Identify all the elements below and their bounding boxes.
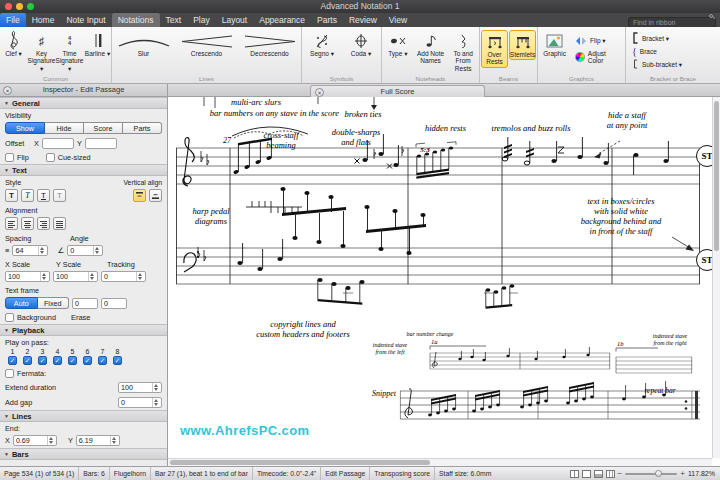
ribbon-group-graphics: Graphic Flip ▾ Adjust Color Graphics — [538, 27, 626, 83]
italic-button[interactable]: T — [21, 189, 34, 202]
align-left-button[interactable] — [5, 217, 18, 230]
tab-review[interactable]: Review — [343, 13, 383, 27]
tab-view[interactable]: View — [383, 13, 413, 27]
spacing-field[interactable]: 64 — [12, 245, 48, 256]
tab-appearance[interactable]: Appearance — [253, 13, 311, 27]
background-checkbox[interactable] — [5, 313, 14, 322]
coda-button[interactable]: Coda ▾ — [342, 30, 380, 58]
stemlets-button[interactable]: Stemlets — [509, 30, 536, 60]
flip-checkbox[interactable] — [5, 153, 14, 162]
angle-field[interactable]: 0 — [67, 245, 103, 256]
score-button[interactable]: Score — [84, 122, 123, 134]
score-tab-close-icon[interactable]: ✕ — [315, 88, 324, 97]
section-playback[interactable]: ▼ Playback — [0, 324, 167, 336]
sub-bracket-button[interactable]: Sub-bracket ▾ — [628, 58, 718, 71]
frame-width-field[interactable]: 0 — [72, 298, 98, 309]
zoom-in-button[interactable]: + — [680, 470, 685, 478]
bracket-button[interactable]: Bracket ▾ — [628, 32, 718, 45]
auto-button[interactable]: Auto — [5, 297, 38, 309]
ribbon-group-noteheads: Type ▾ Add Note Names To and From Rests … — [382, 27, 480, 83]
score-tab-full-score[interactable]: ✕ Full Score — [310, 85, 485, 97]
x-scale-field[interactable]: 100 — [5, 271, 50, 282]
inspector-panel: ▼ General Visibility Show Hide Score Par… — [0, 97, 168, 466]
crescendo-button[interactable]: Crescendo — [176, 30, 238, 57]
flip-button[interactable]: Flip ▾ — [572, 34, 625, 48]
tab-layout[interactable]: Layout — [216, 13, 254, 27]
spacing-stepper[interactable] — [38, 246, 45, 255]
fixed-button[interactable]: Fixed — [38, 297, 70, 309]
single-page-view-icon[interactable] — [582, 470, 591, 478]
notehead-type-button[interactable]: Type ▾ — [382, 30, 414, 58]
fermata-checkbox[interactable] — [5, 369, 14, 378]
hide-button[interactable]: Hide — [45, 122, 84, 134]
spread-view-icon[interactable] — [570, 470, 579, 478]
vertical-scrollbar-thumb[interactable] — [714, 101, 719, 251]
underline-button[interactable]: T — [37, 189, 50, 202]
end-y-field[interactable]: 6.19 — [76, 435, 120, 446]
section-text[interactable]: ▼ Text — [0, 164, 167, 176]
zoom-slider-thumb[interactable] — [655, 470, 662, 477]
pass-3-checkbox[interactable]: ✓ — [38, 356, 47, 365]
pass-8-checkbox[interactable]: ✓ — [113, 356, 122, 365]
adjust-color-button[interactable]: Adjust Color — [572, 50, 625, 64]
horizontal-scrollbar[interactable] — [168, 458, 712, 466]
tab-home[interactable]: Home — [26, 13, 61, 27]
barline-button[interactable]: Barline ▾ — [84, 30, 111, 58]
panorama-view-icon[interactable] — [594, 470, 603, 478]
pass-2-checkbox[interactable]: ✓ — [23, 356, 32, 365]
segno-button[interactable]: Segno ▾ — [303, 30, 341, 58]
tab-note-input[interactable]: Note Input — [60, 13, 111, 27]
align-right-button[interactable] — [37, 217, 50, 230]
decrescendo-button[interactable]: Decrescendo — [239, 30, 301, 57]
section-lines[interactable]: ▼ Lines — [0, 410, 167, 422]
y-scale-field[interactable]: 100 — [53, 271, 98, 282]
section-general[interactable]: ▼ General — [0, 97, 167, 109]
pass-5-checkbox[interactable]: ✓ — [68, 356, 77, 365]
brace-button[interactable]: { Brace — [628, 45, 718, 58]
zoom-out-button[interactable]: − — [618, 470, 623, 478]
outline-button[interactable]: T — [53, 189, 66, 202]
align-justify-button[interactable] — [53, 217, 66, 230]
pass-4-checkbox[interactable]: ✓ — [53, 356, 62, 365]
to-from-rests-button[interactable]: To and From Rests — [447, 30, 479, 73]
tab-file[interactable]: File — [0, 13, 26, 27]
vertical-align-top-button[interactable] — [133, 189, 146, 202]
tab-notations[interactable]: Notations — [112, 13, 160, 27]
graphic-button[interactable]: Graphic — [538, 30, 571, 58]
show-button[interactable]: Show — [5, 122, 45, 134]
cue-sized-checkbox[interactable] — [46, 153, 55, 162]
align-center-button[interactable] — [21, 217, 34, 230]
angle-stepper[interactable] — [93, 246, 100, 255]
vertical-scrollbar[interactable] — [712, 97, 720, 458]
section-bars[interactable]: ▼ Bars — [0, 448, 167, 460]
time-signature-button[interactable]: 4 4 Time Signature ▾ — [56, 30, 83, 73]
extend-duration-field[interactable]: 100 — [118, 382, 162, 393]
score-canvas[interactable]: multi-arc slurs bar numbers on any stave… — [168, 97, 720, 466]
inspector-close-icon[interactable]: ✕ — [3, 86, 12, 95]
offset-x-field[interactable] — [42, 138, 74, 149]
beams-over-rests-button[interactable]: Over Rests — [481, 30, 508, 68]
bold-button[interactable]: T — [5, 189, 18, 202]
pass-7-checkbox[interactable]: ✓ — [98, 356, 107, 365]
status-transposing: Transposing score — [370, 467, 435, 480]
frame-height-field[interactable]: 0 — [101, 298, 127, 309]
add-note-names-button[interactable]: Add Note Names — [415, 30, 447, 66]
slur-button[interactable]: Slur — [113, 30, 175, 57]
parts-button[interactable]: Parts — [123, 122, 162, 134]
tab-parts[interactable]: Parts — [311, 13, 343, 27]
offset-y-field[interactable] — [85, 138, 117, 149]
end-x-field[interactable]: 0.69 — [13, 435, 57, 446]
tracking-field[interactable]: 0 — [101, 271, 146, 282]
pass-6-checkbox[interactable]: ✓ — [83, 356, 92, 365]
zoom-slider[interactable] — [625, 473, 677, 475]
tab-text[interactable]: Text — [160, 13, 188, 27]
key-signature-button[interactable]: ♯ Key Signature ▾ — [28, 30, 55, 73]
tab-play[interactable]: Play — [187, 13, 216, 27]
clef-button[interactable]: Clef ▾ — [0, 30, 27, 58]
add-gap-field[interactable]: 0 — [118, 397, 162, 408]
pass-1-checkbox[interactable]: ✓ — [8, 356, 17, 365]
horizontal-scrollbar-thumb[interactable] — [170, 460, 430, 465]
erase-option[interactable]: Erase — [71, 313, 91, 322]
grid-view-icon[interactable] — [606, 470, 615, 478]
vertical-align-bottom-button[interactable] — [149, 189, 162, 202]
